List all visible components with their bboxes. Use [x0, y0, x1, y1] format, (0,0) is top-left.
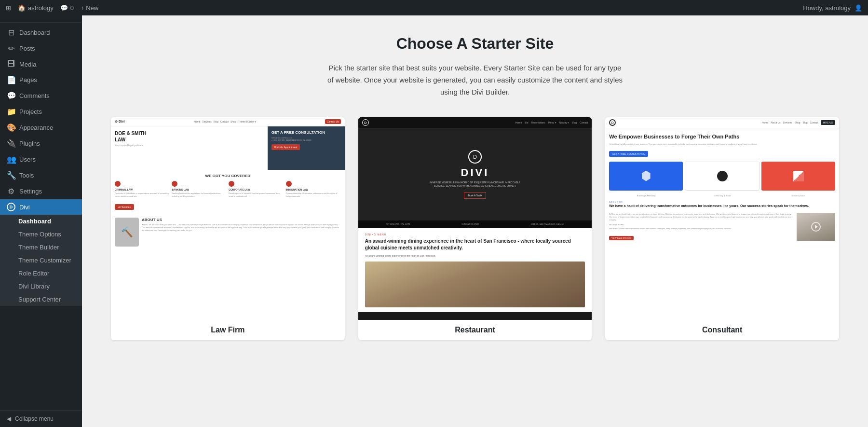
page-subtitle: Pick the starter site that best suits yo… — [326, 62, 624, 98]
sidebar-item-dashboard[interactable]: ⊟ Dashboard — [0, 25, 82, 41]
sidebar-item-comments[interactable]: 💬 Comments — [0, 88, 82, 104]
sidebar-divi-label: Divi — [19, 204, 30, 211]
consultant-preview: D Home About Us Services Shop Blog Conta… — [605, 117, 839, 320]
page-title: Choose A Starter Site — [111, 35, 839, 53]
sidebar-item-users-label: Users — [19, 156, 36, 163]
tools-icon: 🔧 — [7, 171, 15, 180]
sidebar-item-role-editor[interactable]: Role Editor — [0, 267, 82, 280]
starter-card-law-firm[interactable]: ⊙ Divi HomeServicesBlogContactShopTheme … — [111, 117, 345, 340]
greeting-text: Howdy, astrology — [803, 4, 851, 12]
media-icon: 🎞 — [7, 60, 15, 69]
topbar-right: Howdy, astrology 👤 — [803, 4, 862, 12]
collapse-icon: ◀ — [7, 415, 11, 422]
law-hero: DOE & SMITHLAW Your trusted legal partne… — [111, 126, 345, 170]
settings-icon: ⚙ — [7, 187, 15, 196]
site-name-link[interactable]: 🏠 astrology — [18, 4, 54, 12]
topbar: ⊞ 🏠 astrology 💬 0 + New Howdy, astrology… — [0, 0, 868, 15]
topbar-left: ⊞ 🏠 astrology 💬 0 + New — [6, 4, 98, 12]
comments-icon: 💬 — [7, 91, 15, 100]
restaurant-preview: D Home Bio Reservations Menu ▾ Nearby ▾ … — [358, 117, 592, 320]
new-content-button[interactable]: + New — [81, 4, 98, 12]
plugins-icon: 🔌 — [7, 139, 15, 148]
sidebar-item-theme-options[interactable]: Theme Options — [0, 228, 82, 241]
sidebar: ⊞ astrology ⊟ Dashboard ✏ Posts 🎞 Media … — [0, 0, 82, 427]
law-logo: ⊙ Divi — [115, 120, 125, 124]
sidebar-item-posts[interactable]: ✏ Posts — [0, 41, 82, 56]
restaurant-label: Restaurant — [358, 320, 592, 340]
sidebar-item-tools[interactable]: 🔧 Tools — [0, 167, 82, 183]
wp-logo-link[interactable]: ⊞ — [6, 4, 11, 12]
users-icon: 👥 — [7, 155, 15, 164]
starter-card-restaurant[interactable]: D Home Bio Reservations Menu ▾ Nearby ▾ … — [358, 117, 592, 340]
sidebar-item-settings[interactable]: ⚙ Settings — [0, 183, 82, 199]
consultant-label: Consultant — [605, 320, 839, 340]
sidebar-item-projects[interactable]: 📁 Projects — [0, 104, 82, 120]
law-nav: HomeServicesBlogContactShopTheme Builder… — [194, 120, 256, 123]
sidebar-item-plugins[interactable]: 🔌 Plugins — [0, 136, 82, 152]
pages-icon: 📄 — [7, 75, 15, 84]
sidebar-item-settings-label: Settings — [19, 188, 42, 195]
sidebar-item-pages-label: Pages — [19, 76, 37, 83]
sidebar-item-dashboard-label: Dashboard — [19, 29, 50, 36]
avatar: 👤 — [854, 4, 862, 12]
sidebar-item-theme-builder[interactable]: Theme Builder — [0, 241, 82, 254]
sidebar-item-pages[interactable]: 📄 Pages — [0, 72, 82, 88]
law-firm-label: Law Firm — [111, 320, 345, 340]
sidebar-item-appearance-label: Appearance — [19, 124, 53, 131]
divi-submenu: Dashboard Theme Options Theme Builder Th… — [0, 215, 82, 306]
posts-icon: ✏ — [7, 44, 15, 53]
sidebar-item-projects-label: Projects — [19, 108, 42, 115]
sidebar-item-support-center[interactable]: Support Center — [0, 293, 82, 306]
collapse-label: Collapse menu — [15, 415, 54, 422]
starter-sites-grid: ⊙ Divi HomeServicesBlogContactShopTheme … — [111, 117, 839, 340]
sidebar-item-theme-customizer[interactable]: Theme Customizer — [0, 254, 82, 267]
sidebar-item-comments-label: Comments — [19, 92, 50, 99]
sidebar-item-divi-dashboard[interactable]: Dashboard — [0, 215, 82, 228]
appearance-icon: 🎨 — [7, 123, 15, 132]
sidebar-item-media-label: Media — [19, 61, 36, 68]
sidebar-nav: ⊟ Dashboard ✏ Posts 🎞 Media 📄 Pages 💬 Co… — [0, 23, 82, 410]
sidebar-item-appearance[interactable]: 🎨 Appearance — [0, 120, 82, 136]
collapse-menu-button[interactable]: ◀ Collapse menu — [0, 410, 82, 427]
sidebar-item-divi[interactable]: D Divi — [0, 199, 82, 215]
sidebar-item-divi-library[interactable]: Divi Library — [0, 280, 82, 293]
projects-icon: 📁 — [7, 107, 15, 116]
divi-icon: D — [7, 203, 15, 211]
law-firm-preview: ⊙ Divi HomeServicesBlogContactShopTheme … — [111, 117, 345, 320]
sidebar-item-users[interactable]: 👥 Users — [0, 152, 82, 167]
main-content: Choose A Starter Site Pick the starter s… — [82, 15, 868, 427]
dashboard-icon: ⊟ — [7, 28, 15, 37]
sidebar-item-tools-label: Tools — [19, 172, 34, 179]
starter-card-consultant[interactable]: D Home About Us Services Shop Blog Conta… — [605, 117, 839, 340]
comments-link[interactable]: 💬 0 — [60, 4, 74, 12]
sidebar-item-posts-label: Posts — [19, 45, 35, 52]
sidebar-item-media[interactable]: 🎞 Media — [0, 56, 82, 72]
sidebar-item-plugins-label: Plugins — [19, 140, 40, 147]
law-contact-btn: Contact Us — [325, 119, 341, 124]
